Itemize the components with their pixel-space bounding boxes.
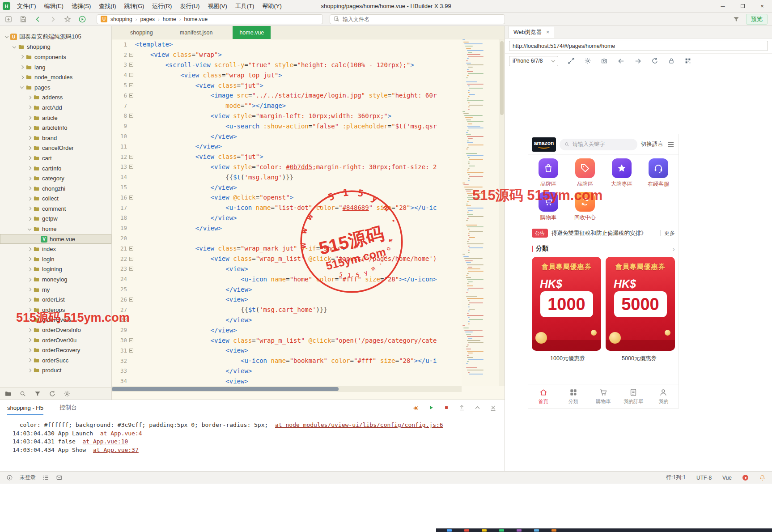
collapse-panel-icon[interactable]: [474, 404, 481, 411]
breadcrumb-item[interactable]: home.vue: [184, 16, 208, 22]
tree-item-node_modules[interactable]: node_modules: [0, 72, 111, 82]
expand-icon[interactable]: [26, 96, 32, 99]
hamburger-menu-icon[interactable]: [667, 140, 675, 149]
code-line[interactable]: 6 <image src="../../static/image/login.j…: [112, 90, 462, 101]
log-link[interactable]: at node_modules/uview-ui/libs/config/con…: [275, 421, 443, 428]
fold-marker-icon[interactable]: [127, 298, 135, 302]
maximize-button[interactable]: [733, 0, 752, 12]
debug-icon[interactable]: [412, 404, 419, 411]
screenshot-icon[interactable]: [601, 57, 608, 64]
tree-item-brand[interactable]: brand: [0, 133, 111, 143]
tree-item-my[interactable]: my: [0, 285, 111, 295]
feedback-mail-icon[interactable]: [56, 474, 63, 481]
console-tab-shopping - H5[interactable]: shopping - H5: [7, 400, 43, 415]
file-type[interactable]: Vue: [722, 475, 732, 481]
log-link[interactable]: at App.vue:4: [100, 430, 142, 437]
console-tab-控制台[interactable]: 控制台: [59, 400, 77, 415]
menubar-item[interactable]: 帮助(Y): [258, 0, 285, 12]
tree-item-home[interactable]: home: [0, 224, 111, 234]
lock-icon[interactable]: [668, 57, 675, 64]
expand-icon[interactable]: [26, 116, 32, 119]
log-link[interactable]: at App.vue:37: [93, 447, 139, 453]
expand-icon[interactable]: [19, 76, 25, 79]
announcement-bar[interactable]: 公告 得避免雙重征稅和防止偷漏稅的安排》 更多: [532, 226, 675, 240]
tree-item-cartInfo[interactable]: cartInfo: [0, 163, 111, 174]
coupon-card[interactable]: 會員專屬優惠券HK$5000: [606, 257, 675, 351]
tree-item-国泰君安前端纯源码105[interactable]: U国泰君安前端纯源码105: [0, 32, 111, 42]
expand-icon[interactable]: [26, 177, 32, 180]
expand-icon[interactable]: [26, 288, 32, 291]
fold-marker-icon[interactable]: [127, 73, 135, 77]
tree-item-moneylog[interactable]: moneylog: [0, 274, 111, 285]
close-tab-icon[interactable]: ×: [546, 29, 549, 35]
code-line[interactable]: 21 <view class="wrap_mark jut" v-if="sho…: [112, 243, 462, 254]
console-log[interactable]: color: #ffffff; background: #3c9cff; pad…: [0, 415, 505, 455]
tree-item-logining[interactable]: logining: [0, 264, 111, 275]
code-line[interactable]: 33 </view>: [112, 366, 462, 376]
qrcode-icon[interactable]: [684, 57, 691, 64]
fold-marker-icon[interactable]: [127, 338, 135, 342]
back-icon[interactable]: [34, 15, 42, 23]
menubar-item[interactable]: 文件(F): [13, 0, 40, 12]
breadcrumb-item[interactable]: shopping: [110, 16, 132, 22]
collapse-icon[interactable]: [19, 86, 25, 88]
menubar-item[interactable]: 选择(S): [68, 0, 95, 12]
outline-list-icon[interactable]: [42, 474, 49, 481]
quick-link-回收中心[interactable]: 回收中心: [567, 192, 603, 221]
tree-item-product[interactable]: product: [0, 366, 111, 376]
tree-item-adderss[interactable]: adderss: [0, 93, 111, 103]
tree-item-lang[interactable]: lang: [0, 62, 111, 72]
code-line[interactable]: 7 mode=""></image>: [112, 101, 462, 111]
code-line[interactable]: 1<template>: [112, 39, 462, 50]
tree-item-getpw[interactable]: getpw: [0, 214, 111, 224]
clear-log-icon[interactable]: [490, 404, 496, 411]
expand-icon[interactable]: [26, 248, 32, 251]
tree-item-orderSucc[interactable]: orderSucc: [0, 355, 111, 366]
horizontal-scrollbar-thumb[interactable]: [112, 387, 339, 391]
expand-icon[interactable]: [19, 55, 25, 58]
filter-icon[interactable]: [34, 390, 41, 397]
folders-icon[interactable]: [4, 390, 12, 397]
code-line[interactable]: 12 <view class="jut">: [112, 152, 462, 162]
nav-forward-icon[interactable]: [634, 57, 642, 65]
tree-item-comment[interactable]: comment: [0, 204, 111, 214]
refresh-icon[interactable]: [49, 390, 56, 397]
expand-icon[interactable]: [26, 207, 32, 210]
code-line[interactable]: 14 {{$t('msg.lang')}}: [112, 172, 462, 182]
browser-tab[interactable]: Web浏览器 ×: [509, 26, 554, 38]
tabbar-item-首頁[interactable]: 首頁: [528, 384, 558, 408]
menubar-item[interactable]: 发行(U): [176, 0, 204, 12]
debug-gear-icon[interactable]: [584, 57, 591, 64]
code-line[interactable]: 27 {{$t('msg.cart_home')}}: [112, 305, 462, 315]
nav-back-icon[interactable]: [617, 57, 625, 65]
expand-icon[interactable]: [26, 136, 32, 139]
url-input[interactable]: [509, 41, 768, 51]
collapse-icon[interactable]: [4, 36, 9, 38]
expand-icon[interactable]: [26, 319, 32, 321]
menubar-item[interactable]: 编辑(E): [40, 0, 68, 12]
fold-marker-icon[interactable]: [127, 349, 135, 353]
fold-marker-icon[interactable]: [127, 63, 135, 67]
tree-item-components[interactable]: components: [0, 52, 111, 62]
expand-icon[interactable]: [26, 278, 32, 281]
tabbar-item-分類[interactable]: 分類: [558, 384, 588, 408]
menubar-item[interactable]: 工具(T): [231, 0, 259, 12]
tabbar-item-我的[interactable]: 我的: [649, 384, 679, 408]
code-line[interactable]: 5 <view class="jut">: [112, 80, 462, 90]
code-line[interactable]: 2 <view class="wrap">: [112, 50, 462, 60]
file-search-input[interactable]: [343, 16, 501, 22]
forward-icon[interactable]: [49, 15, 57, 23]
save-icon[interactable]: [19, 15, 27, 23]
code-line[interactable]: 24 <u-icon name="home" color="#fff" size…: [112, 274, 462, 284]
code-line[interactable]: 9 <u-search :show-action="false" :placeh…: [112, 121, 462, 131]
quick-link-品牌區[interactable]: 品牌區: [567, 158, 603, 188]
code-line[interactable]: 13 <view style="color: #0b7dd5;margin-ri…: [112, 162, 462, 172]
vertical-scrollbar-thumb[interactable]: [500, 41, 504, 115]
code-line[interactable]: 3 <scroll-view scroll-y="true" style="he…: [112, 60, 462, 70]
export-log-icon[interactable]: [458, 404, 465, 411]
expand-icon[interactable]: [26, 167, 32, 170]
coupon-card[interactable]: 會員專屬優惠券HK$1000: [532, 257, 601, 351]
tree-item-article[interactable]: article: [0, 113, 111, 123]
language-switch[interactable]: 切换語言: [641, 140, 663, 148]
expand-icon[interactable]: [26, 369, 32, 372]
